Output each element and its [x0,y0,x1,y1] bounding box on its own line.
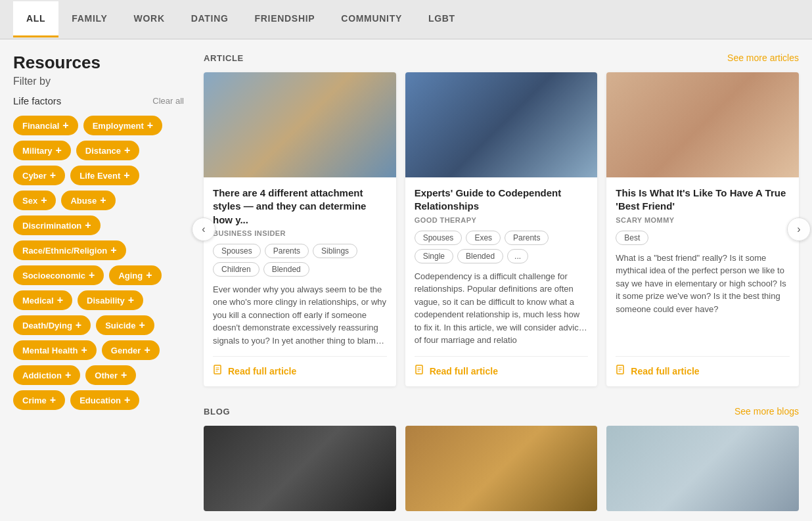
arrow-right-icon: › [797,223,800,235]
filter-tag-suicide-label: Suicide [105,321,135,330]
filter-tag-distance[interactable]: Distance + [76,141,140,160]
card-tag-siblings: Siblings [313,244,357,258]
filter-tag-education-label: Education [79,396,121,405]
filter-tag-addiction-label: Addiction [22,371,62,380]
article-card-3: This Is What It's Like To Have A True 'B… [606,72,799,386]
plus-icon: + [65,370,71,380]
article-card-1-title: There are 4 different attachment styles … [213,187,387,227]
article-card-3-body: This Is What It's Like To Have A True 'B… [606,177,799,386]
read-article-1-button[interactable]: Read full article [213,356,387,377]
read-article-3-label: Read full article [631,366,699,376]
article-section-title: ARTICLE [204,53,244,63]
article-card-2-image [405,72,598,177]
article-card-3-desc: What is a "best friend" really? Is it so… [616,252,790,348]
nav-item-dating[interactable]: DATING [178,1,242,37]
article-icon-2 [415,365,425,377]
blog-images-row [204,426,799,511]
article-card-2-body: Experts' Guide to Codependent Relationsh… [405,177,598,386]
plus-icon: + [50,170,56,181]
plus-icon: + [81,345,87,355]
read-article-3-button[interactable]: Read full article [616,356,790,377]
article-card-3-source: SCARY MOMMY [616,216,790,224]
filter-tag-education[interactable]: Education + [70,390,139,410]
card-tag-exes: Exes [466,231,501,245]
filter-tag-cyber[interactable]: Cyber + [13,166,65,185]
filter-tag-race-ethnic-religion[interactable]: Race/Ethnic/Religion + [13,240,126,260]
clear-all-link[interactable]: Clear all [152,96,184,106]
life-factors-header: Life factors Clear all [13,95,184,106]
card-tag-parents: Parents [505,231,549,245]
filter-tag-medical[interactable]: Medical + [13,290,72,310]
filter-tag-sex[interactable]: Sex + [13,191,56,210]
filter-tag-suicide[interactable]: Suicide + [96,315,154,335]
blog-section-title: BLOG [204,407,230,417]
top-navigation: ALL FAMILY WORK DATING FRIENDSHIP COMMUN… [0,0,812,39]
filter-tag-financial-label: Financial [22,121,59,131]
filter-tag-death-dying[interactable]: Death/Dying + [13,315,91,335]
nav-item-family[interactable]: FAMILY [58,1,120,37]
filter-tag-crime[interactable]: Crime + [13,390,65,410]
card-tag-spouses: Spouses [415,231,462,245]
article-card-2-tags: Spouses Exes Parents Single Blended ... [415,231,589,263]
nav-item-community[interactable]: COMMUNITY [328,1,415,37]
filter-tag-sex-label: Sex [22,196,37,206]
filter-tag-military[interactable]: Military + [13,141,71,160]
blog-section-header: BLOG See more blogs [204,406,799,417]
filter-tag-discrimination[interactable]: Discrimination + [13,215,101,235]
article-card-2-title: Experts' Guide to Codependent Relationsh… [415,187,589,214]
plus-icon: + [128,295,134,306]
nav-item-work[interactable]: WORK [121,1,178,37]
filter-tag-gender-label: Gender [111,346,141,355]
filter-tag-other-label: Other [95,371,118,380]
filter-tag-employment-label: Employment [93,121,144,131]
carousel-arrow-left[interactable]: ‹ [192,217,215,241]
article-cards-grid: ‹ There are 4 different attachment style… [204,72,799,386]
plus-icon: + [124,170,129,181]
card-tag-single: Single [415,249,453,263]
filter-tag-abuse[interactable]: Abuse + [61,191,115,210]
blog-image-1 [204,426,396,511]
filter-tag-addiction[interactable]: Addiction + [13,365,80,385]
filter-tag-disability[interactable]: Disability + [78,290,143,310]
filter-tag-mental-health[interactable]: Mental Health + [13,340,97,360]
card-tag-spouses: Spouses [213,244,261,258]
plus-icon: + [50,395,56,405]
filter-tag-medical-label: Medical [22,296,54,306]
nav-item-friendship[interactable]: FRIENDSHIP [242,1,328,37]
filter-tag-aging[interactable]: Aging + [109,265,161,285]
filter-tag-military-label: Military [22,146,53,156]
article-icon [213,365,223,377]
sidebar: Resources Filter by Life factors Clear a… [13,53,204,511]
blog-image-3 [606,426,799,511]
filter-tag-distance-label: Distance [85,146,121,156]
plus-icon: + [56,145,62,156]
filter-tag-crime-label: Crime [22,396,47,405]
article-card-3-tags: Best [616,231,790,245]
article-card-1-desc: Ever wonder why you always seem to be th… [213,283,387,348]
nav-item-all[interactable]: ALL [13,1,58,37]
filter-tag-other[interactable]: Other + [85,365,136,385]
plus-icon: + [41,195,47,206]
carousel-arrow-right[interactable]: › [787,217,811,241]
filter-tag-employment[interactable]: Employment + [83,116,162,135]
filter-tag-financial[interactable]: Financial + [13,116,78,135]
filter-tag-cyber-label: Cyber [22,171,47,181]
article-card-1: There are 4 different attachment styles … [204,72,396,386]
filter-tag-aging-label: Aging [118,271,143,281]
filter-tag-death-dying-label: Death/Dying [22,321,72,330]
read-article-1-label: Read full article [228,366,296,376]
read-article-2-button[interactable]: Read full article [415,356,589,377]
article-card-2-desc: Codependency is a difficult challenge fo… [415,270,589,348]
filter-tag-race-ethnic-religion-label: Race/Ethnic/Religion [22,246,107,256]
filter-tag-life-event[interactable]: Life Event + [70,166,139,185]
filter-tag-socioeconomic[interactable]: Socioeconomic + [13,265,104,285]
plus-icon: + [76,320,81,330]
blog-image-2 [405,426,598,511]
article-card-1-source: BUSINESS INSIDER [213,229,387,237]
filter-tag-abuse-label: Abuse [70,196,97,206]
filter-tag-gender[interactable]: Gender + [102,340,160,360]
card-tag-more: ... [507,249,528,263]
nav-item-lgbt[interactable]: LGBT [415,1,468,37]
see-more-articles-link[interactable]: See more articles [727,53,799,63]
see-more-blogs-link[interactable]: See more blogs [734,406,799,417]
